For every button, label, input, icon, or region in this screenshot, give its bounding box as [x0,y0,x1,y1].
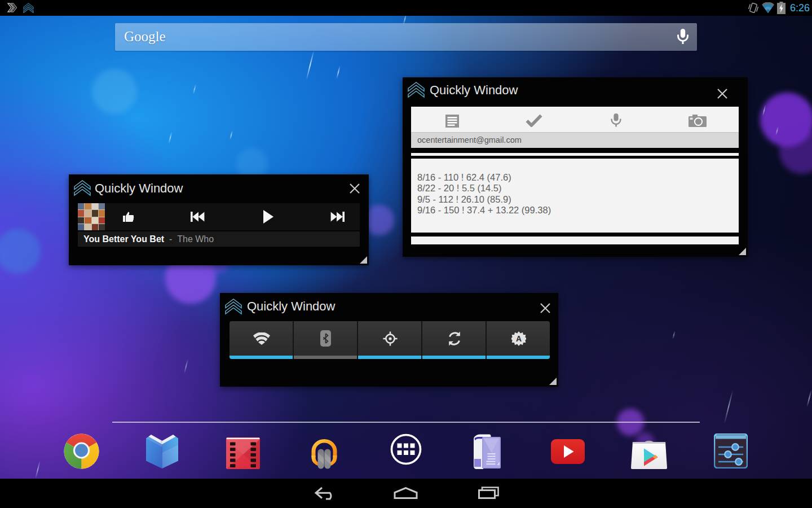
svg-text:A: A [516,334,522,343]
